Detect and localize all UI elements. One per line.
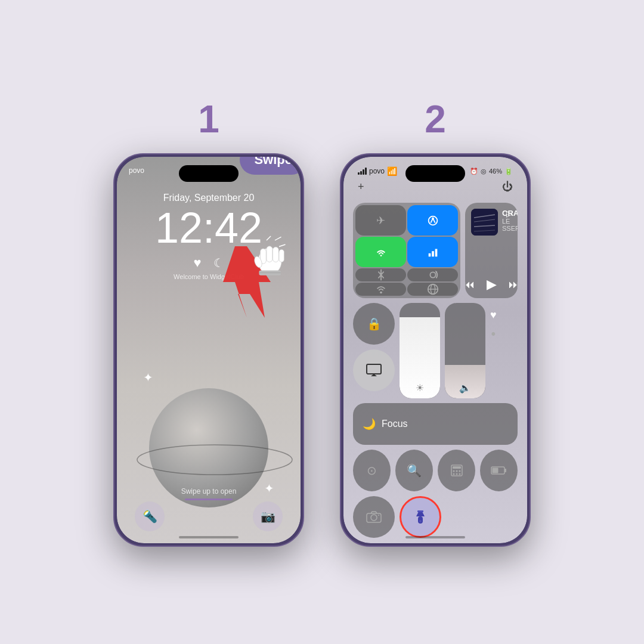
svg-point-19 [430,272,435,277]
wifi-icon: 📶 [387,166,397,176]
magnifier-btn[interactable]: 🔍 [395,450,433,491]
battery-widget-btn[interactable] [480,450,518,491]
svg-rect-8 [279,249,284,262]
calculator-btn[interactable] [438,450,475,491]
cc-left-buttons: 🔒 [353,303,395,391]
next-track-btn[interactable]: ⏭ [509,278,518,291]
camera-control-btn[interactable]: ⊙ [353,450,391,491]
mute-button[interactable] [113,232,114,253]
carrier-label: povo [129,166,144,175]
lock-bottom-controls: 🔦 📷 [117,501,301,531]
power-button-2[interactable] [530,256,531,304]
cc-carrier: povo [369,167,385,175]
focus-btn[interactable]: 🌙 Focus [353,403,518,445]
wifi-btn[interactable] [355,237,406,267]
svg-point-20 [380,292,382,294]
svg-rect-29 [367,364,381,374]
power-button[interactable] [303,256,304,304]
prev-track-btn[interactable]: ⏮ [465,278,475,291]
power-btn[interactable]: ⏻ [502,181,513,193]
vpn-btn[interactable] [407,283,458,296]
step-2: 2 [340,97,531,547]
cc-row-1: ✈ [353,203,518,298]
cc-row-4: ⊙ 🔍 [353,450,518,491]
svg-rect-42 [504,469,506,472]
lock-camera-btn[interactable]: 📷 [253,501,283,531]
svg-point-36 [459,470,460,472]
svg-rect-16 [428,253,431,256]
svg-point-49 [419,520,422,522]
svg-point-15 [380,255,382,256]
svg-rect-7 [273,247,279,262]
home-indicator-2 [405,536,465,538]
flashlight-btn[interactable] [400,496,441,538]
screen-lock-btn[interactable]: 🔒 [353,303,395,345]
album-art [471,209,498,236]
volume-slider[interactable]: 🔈 [445,303,485,398]
bluetooth-btn[interactable] [355,268,406,281]
cc-status-right: ⏰ ◎ 46% 🔋 [470,168,513,175]
mute-button-2[interactable] [340,232,341,253]
lock-date: Friday, September 20 [117,193,301,203]
phone-2: povo 📶 ⏰ ◎ 46% 🔋 + ⏻ [340,153,531,547]
home-indicator-1 [179,536,239,538]
cc-row-5 [353,496,518,538]
sparkle-icon-1: ✦ [143,370,153,385]
volume-down-button[interactable] [113,306,114,342]
lock-flashlight-btn[interactable]: 🔦 [135,501,165,531]
svg-rect-33 [453,466,461,469]
add-control-btn[interactable]: + [358,181,364,193]
volume-down-button-2[interactable] [340,306,341,342]
volume-icon: 🔈 [459,382,471,394]
svg-point-35 [456,470,457,472]
phone-screen-2: povo 📶 ⏰ ◎ 46% 🔋 + ⏻ [343,157,527,543]
music-controls: ⏮ ▶ ⏭ [465,277,518,292]
svg-line-1 [267,236,271,240]
screen-mirror-btn[interactable] [353,349,395,391]
cc-right-icons: ♥ • [490,303,497,342]
airplay-icon[interactable]: ▷ [506,209,513,218]
hotspot-btn[interactable] [355,283,406,296]
svg-point-37 [453,473,454,475]
svg-point-14 [432,217,434,219]
signal-icon [358,168,367,175]
battery-icon: 🔋 [504,168,513,175]
svg-rect-6 [267,246,273,262]
connectivity-block: ✈ [353,203,460,298]
moon-icon-cc: 🌙 [363,417,376,431]
rotation-lock-btn[interactable] [407,268,458,281]
svg-point-12 [137,445,292,475]
dynamic-island-2 [405,165,465,182]
play-pause-btn[interactable]: ▶ [487,277,497,292]
phone-screen-1: povo Swipe [117,157,301,543]
svg-rect-17 [432,251,434,256]
cellular-btn[interactable] [407,237,458,267]
cc-status-left: povo 📶 [358,166,397,176]
swipe-gesture [217,234,289,324]
svg-rect-41 [492,468,498,473]
step-2-number: 2 [425,97,446,141]
svg-line-3 [279,244,286,247]
volume-up-button[interactable] [113,262,114,298]
svg-marker-47 [416,512,425,516]
step-1-number: 1 [198,97,219,141]
cc-grid: ✈ [343,198,527,543]
svg-rect-48 [417,510,423,512]
main-container: 1 povo Swipe [89,73,555,571]
dynamic-island-1 [179,165,239,182]
lock-swipe-hint: Swipe up to open [181,487,237,496]
svg-rect-18 [435,249,437,256]
camera-btn[interactable] [353,496,395,538]
control-center-screen: povo 📶 ⏰ ◎ 46% 🔋 + ⏻ [343,157,527,543]
sparkle-icon-2: ✦ [264,481,274,496]
airplane-btn[interactable]: ✈ [355,205,406,236]
svg-point-34 [453,470,454,472]
music-block[interactable]: CRAZY LE SSERAFIM ▷ ⏮ ▶ ⏭ [465,203,518,298]
phone-1: povo Swipe [113,153,304,547]
cc-heart-icon: ♥ [490,309,497,321]
volume-up-button-2[interactable] [340,262,341,298]
brightness-slider[interactable]: ☀ [400,303,440,398]
cc-row-3: 🌙 Focus [353,403,518,445]
airdrop-btn[interactable] [407,205,458,236]
focus-label: Focus [382,419,408,429]
